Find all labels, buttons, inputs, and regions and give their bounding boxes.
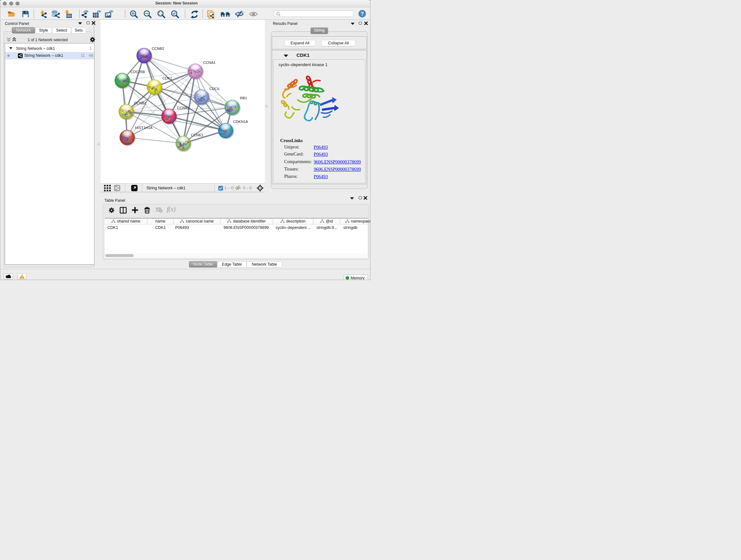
svg-text:HIST1H1A: HIST1H1A bbox=[135, 126, 152, 130]
svg-text:CCNE1: CCNE1 bbox=[191, 133, 204, 137]
svg-text:CDK1: CDK1 bbox=[162, 76, 172, 80]
svg-text:RB1: RB1 bbox=[240, 96, 247, 100]
svg-text:CDC6: CDC6 bbox=[209, 87, 219, 91]
svg-text:CDC25B: CDC25B bbox=[131, 70, 145, 74]
svg-text:CCNB2: CCNB2 bbox=[152, 47, 164, 51]
svg-text:?: ? bbox=[360, 11, 364, 17]
svg-text:CCNA1: CCNA1 bbox=[203, 61, 216, 64]
svg-text:CCNA2: CCNA2 bbox=[177, 106, 190, 110]
svg-text:CDKN1A: CDKN1A bbox=[233, 120, 248, 124]
svg-text:CCNB1: CCNB1 bbox=[134, 101, 146, 105]
